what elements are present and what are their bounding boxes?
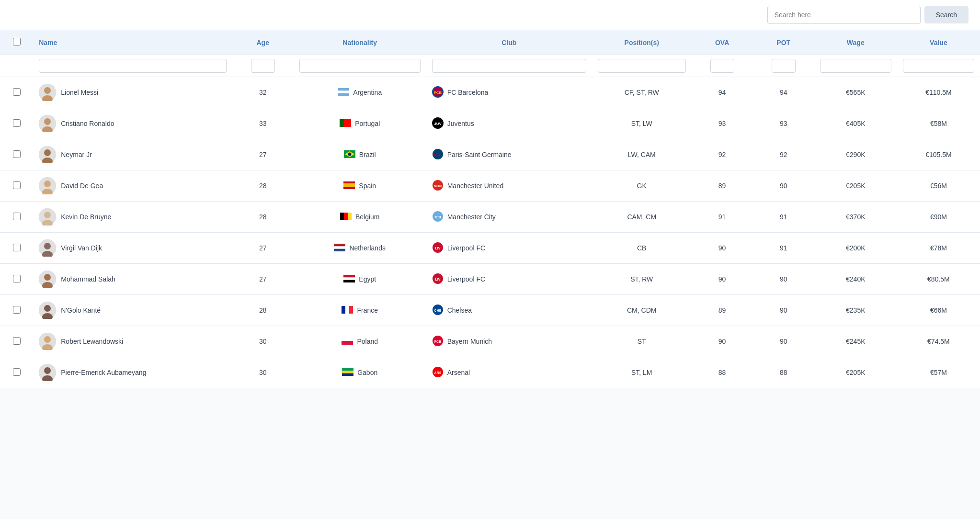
- row-checkbox-cell: [0, 170, 33, 202]
- flag-icon: [340, 213, 352, 222]
- svg-rect-50: [343, 280, 355, 282]
- search-button[interactable]: Search: [924, 6, 969, 23]
- filter-wage-input[interactable]: [820, 59, 891, 73]
- row-nationality: Gabon: [294, 357, 426, 388]
- header-nationality: Nationality: [294, 30, 426, 55]
- filter-ova-input[interactable]: [710, 59, 734, 73]
- club-name-text: Juventus: [447, 120, 474, 127]
- row-checkbox[interactable]: [13, 150, 21, 158]
- svg-text:LIV: LIV: [435, 278, 440, 281]
- row-pot: 91: [753, 202, 814, 233]
- row-pot: 90: [753, 264, 814, 295]
- svg-rect-34: [348, 213, 352, 220]
- header-value: Value: [897, 30, 980, 55]
- row-age: 30: [232, 357, 294, 388]
- row-positions: GK: [592, 170, 692, 202]
- svg-text:FCB: FCB: [434, 340, 441, 343]
- filter-value-cell: [897, 55, 980, 77]
- table-row: Robert Lewandowski 30 Poland FCB Bayern …: [0, 326, 980, 357]
- club-cell: ARS Arsenal: [432, 366, 586, 379]
- row-wage: €290K: [814, 139, 897, 170]
- club-name-text: FC Barcelona: [447, 89, 489, 96]
- filter-pot-input[interactable]: [772, 59, 796, 73]
- row-value: €78M: [897, 233, 980, 264]
- header-wage: Wage: [814, 30, 897, 55]
- row-name: Mohammad Salah: [33, 264, 232, 295]
- row-checkbox-cell: [0, 357, 33, 388]
- row-checkbox[interactable]: [13, 306, 21, 314]
- row-checkbox-cell: [0, 202, 33, 233]
- filter-value-input[interactable]: [903, 59, 974, 73]
- row-pot: 90: [753, 326, 814, 357]
- row-value: €105.5M: [897, 139, 980, 170]
- table-row: Mohammad Salah 27 Egypt LIV Liverpool FC…: [0, 264, 980, 295]
- svg-point-54: [44, 305, 51, 312]
- svg-text:ARS: ARS: [434, 371, 441, 374]
- club-cell: LIV Liverpool FC: [432, 273, 586, 286]
- filter-nationality-cell: [294, 55, 426, 77]
- row-age: 27: [232, 139, 294, 170]
- player-name-cell: N'Golo Kanté: [39, 302, 226, 319]
- row-checkbox[interactable]: [13, 213, 21, 220]
- row-value: €74.5M: [897, 326, 980, 357]
- player-name-text: N'Golo Kanté: [61, 306, 101, 314]
- select-all-checkbox[interactable]: [13, 38, 21, 45]
- row-name: Virgil Van Dijk: [33, 233, 232, 264]
- svg-point-23: [44, 181, 51, 187]
- filter-positions-input[interactable]: [598, 59, 686, 73]
- avatar: [39, 364, 56, 381]
- player-name-cell: Kevin De Bruyne: [39, 208, 226, 226]
- row-ova: 90: [692, 326, 753, 357]
- row-value: €80.5M: [897, 264, 980, 295]
- row-name: Robert Lewandowski: [33, 326, 232, 357]
- player-name-text: Cristiano Ronaldo: [61, 120, 114, 127]
- club-badge-icon: LIV: [432, 273, 444, 286]
- svg-rect-32: [340, 213, 344, 220]
- row-positions: ST: [592, 326, 692, 357]
- row-checkbox-cell: [0, 264, 33, 295]
- row-positions: CM, CDM: [592, 295, 692, 326]
- svg-rect-58: [342, 306, 345, 314]
- row-nationality: Poland: [294, 326, 426, 357]
- flag-icon: [340, 119, 351, 128]
- row-checkbox[interactable]: [13, 368, 21, 376]
- row-checkbox[interactable]: [13, 337, 21, 345]
- row-checkbox[interactable]: [13, 119, 21, 127]
- player-name-text: Mohammad Salah: [61, 275, 115, 283]
- nationality-cell: Gabon: [299, 368, 421, 377]
- player-name-cell: Mohammad Salah: [39, 271, 226, 288]
- row-wage: €245K: [814, 326, 897, 357]
- club-cell: FCB Bayern Munich: [432, 335, 586, 348]
- svg-rect-11: [340, 119, 344, 127]
- row-club: LIV Liverpool FC: [426, 233, 592, 264]
- filter-club-input[interactable]: [432, 59, 586, 73]
- row-checkbox[interactable]: [13, 88, 21, 96]
- row-club: ARS Arsenal: [426, 357, 592, 388]
- header-name: Name: [33, 30, 232, 55]
- flag-icon: [343, 181, 355, 191]
- player-name-text: Pierre-Emerick Aubameyang: [61, 369, 146, 376]
- row-ova: 93: [692, 108, 753, 139]
- player-name-cell: Pierre-Emerick Aubameyang: [39, 364, 226, 381]
- row-wage: €235K: [814, 295, 897, 326]
- nationality-cell: Brazil: [299, 150, 421, 159]
- row-pot: 94: [753, 77, 814, 108]
- row-checkbox[interactable]: [13, 244, 21, 251]
- row-wage: €370K: [814, 202, 897, 233]
- search-input[interactable]: [767, 6, 921, 24]
- row-wage: €200K: [814, 233, 897, 264]
- row-checkbox[interactable]: [13, 275, 21, 282]
- row-positions: ST, RW: [592, 264, 692, 295]
- filter-nationality-input[interactable]: [299, 59, 421, 73]
- filter-name-input[interactable]: [39, 59, 226, 73]
- row-checkbox[interactable]: [13, 181, 21, 189]
- row-club: FCB Bayern Munich: [426, 326, 592, 357]
- row-nationality: Brazil: [294, 139, 426, 170]
- row-positions: ST, LM: [592, 357, 692, 388]
- flag-icon: [334, 244, 345, 253]
- row-checkbox-cell: [0, 108, 33, 139]
- player-name-text: David De Gea: [61, 182, 103, 190]
- filter-age-input[interactable]: [251, 59, 275, 73]
- table-row: Neymar Jr 27 Brazil PSG Paris-Saint Germ…: [0, 139, 980, 170]
- top-bar: Search: [0, 0, 980, 30]
